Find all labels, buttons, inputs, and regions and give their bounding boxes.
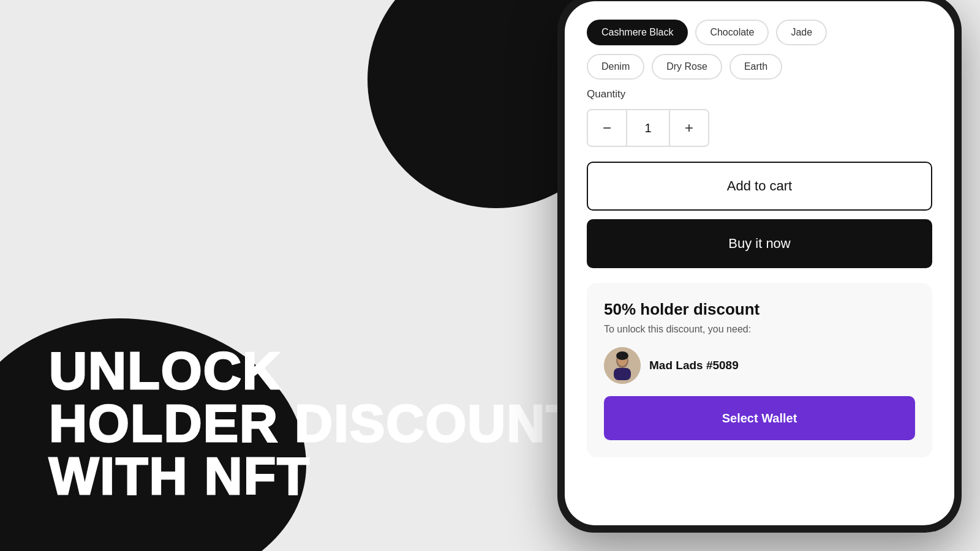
color-chip-chocolate[interactable]: Chocolate (695, 20, 769, 45)
color-chip-earth[interactable]: Earth (729, 54, 782, 80)
color-row-2: Denim Dry Rose Earth (587, 54, 932, 80)
nft-row: Mad Lads #5089 (604, 347, 915, 384)
phone-content: Cashmere Black Chocolate Jade Denim Dry … (565, 1, 954, 525)
quantity-increase-button[interactable]: + (670, 110, 708, 146)
buy-now-button[interactable]: Buy it now (587, 219, 932, 268)
svg-rect-12 (614, 368, 631, 380)
select-wallet-button[interactable]: Select Wallet (604, 396, 915, 440)
headline-line2: HOLDER DISCOUNT (49, 397, 579, 449)
color-chip-dry-rose[interactable]: Dry Rose (652, 54, 722, 80)
quantity-decrease-button[interactable]: − (588, 110, 626, 146)
phone-outer: Cashmere Black Chocolate Jade Denim Dry … (557, 0, 962, 533)
headline-line1: UNLOCK (49, 344, 579, 397)
headline-line3: WITH NFT (49, 449, 579, 502)
discount-subtitle: To unlock this discount, you need: (604, 324, 915, 335)
quantity-label: Quantity (587, 88, 932, 100)
color-row-1: Cashmere Black Chocolate Jade (587, 20, 932, 45)
color-chip-cashmere-black[interactable]: Cashmere Black (587, 20, 688, 45)
phone-screen: Cashmere Black Chocolate Jade Denim Dry … (565, 1, 954, 525)
phone-container: Cashmere Black Chocolate Jade Denim Dry … (502, 0, 980, 551)
color-chip-jade[interactable]: Jade (776, 20, 827, 45)
nft-avatar (604, 347, 641, 384)
discount-title: 50% holder discount (604, 300, 915, 319)
quantity-value: 1 (627, 121, 669, 135)
headline-text: UNLOCK HOLDER DISCOUNT WITH NFT (49, 344, 579, 502)
add-to-cart-button[interactable]: Add to cart (587, 162, 932, 211)
quantity-control: − 1 + (587, 109, 709, 147)
discount-card: 50% holder discount To unlock this disco… (587, 283, 932, 457)
color-chip-denim[interactable]: Denim (587, 54, 644, 80)
nft-name: Mad Lads #5089 (649, 359, 739, 372)
headline-area: UNLOCK HOLDER DISCOUNT WITH NFT (49, 344, 579, 502)
svg-point-14 (616, 351, 628, 360)
